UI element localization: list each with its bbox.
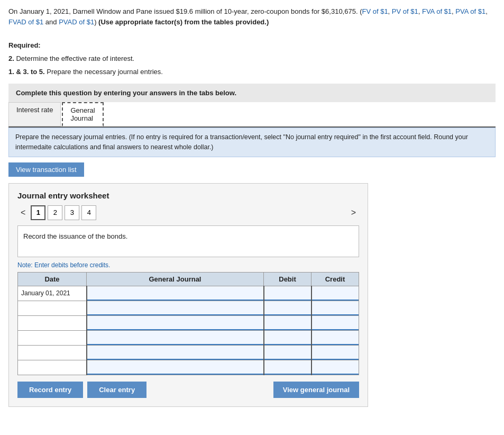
required-item135: 1. & 3. to 5. [8,68,45,76]
pva-link[interactable]: PVA of $1 [455,7,485,15]
date-cell-5 [18,345,87,360]
info-box-text: Prepare the necessary journal entries. (… [15,133,468,151]
pagination-row: < 1 2 3 4 > [17,205,359,220]
table-row [18,315,359,330]
credit-cell-3[interactable] [311,315,359,330]
page-2-button[interactable]: 2 [48,205,62,220]
tabs-row: Interest rate GeneralJournal [8,102,496,128]
tab-interest-rate-label: Interest rate [16,106,53,114]
credit-cell-5[interactable] [311,345,359,360]
gj-cell-3[interactable] [87,315,264,330]
page-1-button[interactable]: 1 [31,205,45,220]
required-item135-text: Prepare the necessary journal entries. [47,68,163,76]
debit-cell-5[interactable] [264,345,311,360]
tab-general-journal[interactable]: GeneralJournal [62,102,103,126]
tab-general-journal-label: GeneralJournal [70,106,95,122]
date-cell-6 [18,360,87,375]
record-description-text: Record the issuance of the bonds. [23,232,127,240]
debit-cell-4[interactable] [264,330,311,345]
credit-input-3[interactable] [312,316,359,330]
note-text: Note: Enter debits before credits. [17,261,359,269]
credit-input-4[interactable] [312,331,359,345]
complete-box-text: Complete this question by entering your … [16,89,236,97]
header-debit: Debit [264,272,311,286]
action-buttons: Record entry Clear entry View general jo… [17,382,359,398]
debit-cell-3[interactable] [264,315,311,330]
date-cell-1: January 01, 2021 [18,286,87,301]
clear-entry-button[interactable]: Clear entry [87,382,146,398]
required-label: Required: [8,41,41,49]
intro-text-after: ) [94,18,98,26]
debit-input-6[interactable] [264,360,311,375]
date-cell-3 [18,315,87,330]
required-item2-text: Determine the effective rate of interest… [16,55,134,62]
fvad-link[interactable]: FVAD of $1 [8,18,43,26]
table-row [18,345,359,360]
gj-input-5[interactable] [87,346,263,360]
debit-input-4[interactable] [264,331,311,345]
credit-input-1[interactable] [312,286,359,301]
credit-cell-2[interactable] [311,301,359,315]
credit-input-2[interactable] [312,301,359,315]
header-credit: Credit [311,272,359,286]
debit-cell-1[interactable] [264,286,311,301]
table-row [18,301,359,315]
required-section: Required: 2. Determine the effective rat… [8,40,496,77]
fva-link[interactable]: FVA of $1 [422,7,452,15]
debit-cell-6[interactable] [264,360,311,375]
gj-input-4[interactable] [87,331,263,345]
credit-cell-4[interactable] [311,330,359,345]
prev-page-button[interactable]: < [17,207,29,219]
intro-paragraph: On January 1, 2021, Darnell Window and P… [8,6,496,27]
gj-cell-1[interactable] [87,286,264,301]
table-row [18,330,359,345]
record-description-box: Record the issuance of the bonds. [17,225,359,257]
pv-link[interactable]: PV of $1 [392,7,418,15]
credit-cell-1[interactable] [311,286,359,301]
info-box: Prepare the necessary journal entries. (… [8,128,496,157]
credit-cell-6[interactable] [311,360,359,375]
tab-interest-rate[interactable]: Interest rate [8,102,61,126]
required-item2: 2. [8,55,14,62]
debit-input-3[interactable] [264,316,311,330]
credit-input-6[interactable] [312,360,359,375]
debit-cell-2[interactable] [264,301,311,315]
next-page-button[interactable]: > [348,207,359,219]
worksheet-container: Journal entry worksheet < 1 2 3 4 > Reco… [8,183,368,407]
debit-input-2[interactable] [264,301,311,315]
intro-bold-suffix: (Use appropriate factor(s) from the tabl… [98,18,269,26]
pvad-link[interactable]: PVAD of $1 [59,18,94,26]
date-cell-2 [18,301,87,315]
header-date: Date [18,272,87,286]
view-general-journal-button[interactable]: View general journal [273,382,359,398]
table-row: January 01, 2021 [18,286,359,301]
gj-cell-6[interactable] [87,360,264,375]
page-4-button[interactable]: 4 [81,205,96,220]
complete-box: Complete this question by entering your … [8,84,496,102]
gj-input-2[interactable] [87,301,263,315]
record-entry-button[interactable]: Record entry [17,382,83,398]
date-cell-4 [18,330,87,345]
journal-table: Date General Journal Debit Credit Januar… [17,272,359,375]
gj-input-3[interactable] [87,316,263,330]
gj-cell-2[interactable] [87,301,264,315]
header-general-journal: General Journal [87,272,264,286]
worksheet-title: Journal entry worksheet [17,191,359,200]
credit-input-5[interactable] [312,346,359,360]
gj-cell-4[interactable] [87,330,264,345]
view-transaction-button[interactable]: View transaction list [8,162,84,177]
page-3-button[interactable]: 3 [65,205,79,220]
gj-cell-5[interactable] [87,345,264,360]
debit-input-1[interactable] [264,286,311,301]
intro-text-before: On January 1, 2021, Darnell Window and P… [8,7,362,15]
fv-link[interactable]: FV of $1 [362,7,388,15]
gj-input-6[interactable] [87,360,263,375]
debit-input-5[interactable] [264,346,311,360]
table-row [18,360,359,375]
gj-input-1[interactable] [87,286,263,301]
